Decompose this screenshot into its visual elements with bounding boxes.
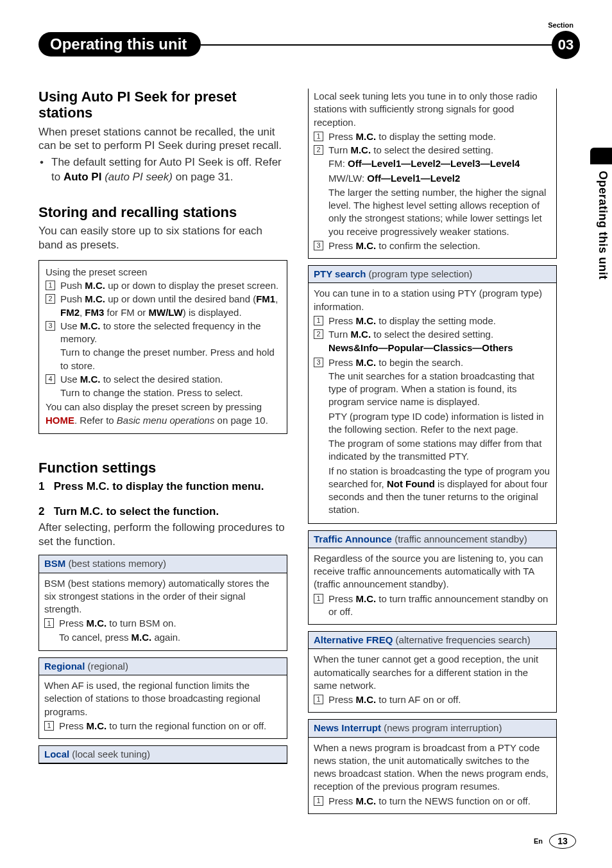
section-number: 03 [558, 35, 574, 55]
pty-step-2: 2 Turn M.C. to select the desired settin… [314, 328, 551, 341]
ta-step-1: 1 Press M.C. to turn traffic announcemen… [314, 593, 551, 619]
auto-pi-bullet: • The default setting for Auto PI Seek i… [40, 155, 287, 185]
local-box-body: Local seek tuning lets you tune in to on… [308, 89, 557, 259]
heading-auto-pi: Using Auto PI Seek for preset stations [38, 89, 287, 121]
page-number: 13 [549, 833, 576, 849]
preset-box: Using the preset screen 1 Push M.C. up o… [38, 260, 287, 434]
pty-expl-3: The program of some stations may differ … [328, 437, 551, 464]
ta-box: Traffic Announce (traffic announcement s… [308, 530, 557, 625]
side-tab: Operating this unit [590, 148, 612, 315]
ta-text: Regardless of the source you are listeni… [314, 552, 551, 591]
local-head: Local (local seek tuning) [39, 745, 287, 763]
preset-step-3-note: Turn to change the preset number. Press … [60, 346, 280, 372]
pty-expl-1: The unit searches for a station broadcas… [328, 370, 551, 409]
ni-text: When a news program is broadcast from a … [314, 742, 551, 794]
right-column: Local seek tuning lets you tune in to on… [308, 89, 557, 814]
af-box: Alternative FREQ (alternative frequencie… [308, 631, 557, 713]
pty-step-1: 1 Press M.C. to display the setting mode… [314, 315, 551, 327]
storing-text: You can easily store up to six stations … [38, 224, 287, 252]
page-footer: En 13 [534, 833, 576, 849]
pty-options: News&Info—Popular—Classics—Others [328, 342, 551, 354]
step-num: 1 [44, 618, 54, 628]
preset-footnote: You can also display the preset screen b… [46, 401, 280, 427]
bsm-text: BSM (best stations memory) automatically… [44, 577, 282, 616]
local-step-3: 3 Press M.C. to confirm the selection. [314, 239, 551, 252]
step-num: 1 [314, 695, 323, 704]
chapter-tab: Operating this unit [38, 32, 201, 56]
left-column: Using Auto PI Seek for preset stations W… [38, 89, 287, 814]
step-num: 4 [46, 374, 55, 384]
heading-function-settings: Function settings [38, 460, 287, 476]
section-number-badge: 03 [552, 31, 580, 59]
step-num: 3 [314, 241, 323, 250]
heading-storing: Storing and recalling stations [38, 204, 287, 220]
func-step-2-text: After selecting, perform the following p… [38, 521, 287, 549]
bullet-dot: • [40, 155, 51, 185]
bsm-cancel: To cancel, press M.C. again. [59, 631, 282, 644]
step-num: 2 [314, 329, 323, 339]
step-num: 1 [46, 281, 55, 290]
func-step-2: 2 Turn M.C. to select the function. [38, 505, 287, 519]
side-tab-text: Operating this unit [595, 171, 611, 280]
bullet-text: The default setting for Auto PI Seek is … [51, 155, 287, 185]
page-header: Operating this unit Section 03 [38, 32, 576, 63]
local-mw: MW/LW: Off—Level1—Level2 [328, 172, 551, 185]
section-label: Section [548, 21, 574, 30]
step-num: 2 [314, 145, 323, 155]
preset-step-1: 1 Push M.C. up or down to display the pr… [46, 279, 280, 292]
regional-head: Regional (regional) [39, 657, 287, 675]
local-step-1: 1 Press M.C. to display the setting mode… [314, 130, 551, 143]
pty-step-3: 3 Press M.C. to begin the search. [314, 356, 551, 369]
af-text: When the tuner cannot get a good recepti… [314, 653, 551, 692]
regional-text: When AF is used, the regional function l… [44, 679, 282, 718]
ta-head: Traffic Announce (traffic announcement s… [309, 530, 556, 548]
step-num: 1 [314, 316, 323, 326]
step-num: 1 [314, 796, 323, 806]
local-text: Local seek tuning lets you tune in to on… [314, 90, 551, 129]
local-step-2: 2 Turn M.C. to select the desired settin… [314, 144, 551, 157]
preset-step-4: 4 Use M.C. to select the desired station… [46, 373, 280, 386]
preset-step-3: 3 Use M.C. to store the selected frequen… [46, 320, 280, 346]
preset-step-2: 2 Push M.C. up or down until the desired… [46, 293, 280, 319]
local-explain: The larger the setting number, the highe… [328, 186, 551, 238]
bsm-box: BSM (best stations memory) BSM (best sta… [38, 555, 287, 651]
auto-pi-text: When preset stations cannot be recalled,… [38, 125, 287, 153]
chapter-title: Operating this unit [50, 34, 187, 55]
local-box-head: Local (local seek tuning) [38, 745, 287, 764]
side-tab-marker [590, 148, 612, 164]
pty-expl-2: PTY (program type ID code) information i… [328, 410, 551, 437]
bsm-step-1: 1 Press M.C. to turn BSM on. [44, 617, 282, 630]
step-num: 3 [314, 358, 323, 367]
step-num: 1 [44, 721, 54, 731]
regional-box: Regional (regional) When AF is used, the… [38, 657, 287, 739]
step-num: 3 [46, 321, 55, 331]
step-num: 1 [314, 132, 323, 141]
regional-step-1: 1 Press M.C. to turn the regional functi… [44, 720, 282, 733]
pty-head: PTY search (program type selection) [309, 265, 556, 283]
preset-title: Using the preset screen [46, 266, 280, 279]
af-head: Alternative FREQ (alternative frequencie… [309, 631, 556, 649]
preset-step-4-note: Turn to change the station. Press to sel… [60, 386, 280, 399]
local-fm: FM: Off—Level1—Level2—Level3—Level4 [328, 157, 551, 170]
af-step-1: 1 Press M.C. to turn AF on or off. [314, 693, 551, 706]
footer-lang: En [534, 837, 543, 846]
bsm-head: BSM (best stations memory) [39, 555, 287, 573]
pty-expl-4: If no station is broadcasting the type o… [328, 465, 551, 517]
ni-head: News Interrupt (news program interruptio… [309, 719, 556, 737]
step-num: 1 [314, 594, 323, 603]
pty-text: You can tune in to a station using PTY (… [314, 287, 551, 313]
ni-step-1: 1 Press M.C. to turn the NEWS function o… [314, 795, 551, 808]
ni-box: News Interrupt (news program interruptio… [308, 719, 557, 814]
pty-box: PTY search (program type selection) You … [308, 265, 557, 524]
func-step-1: 1 Press M.C. to display the function men… [38, 480, 287, 494]
step-num: 2 [46, 294, 55, 304]
